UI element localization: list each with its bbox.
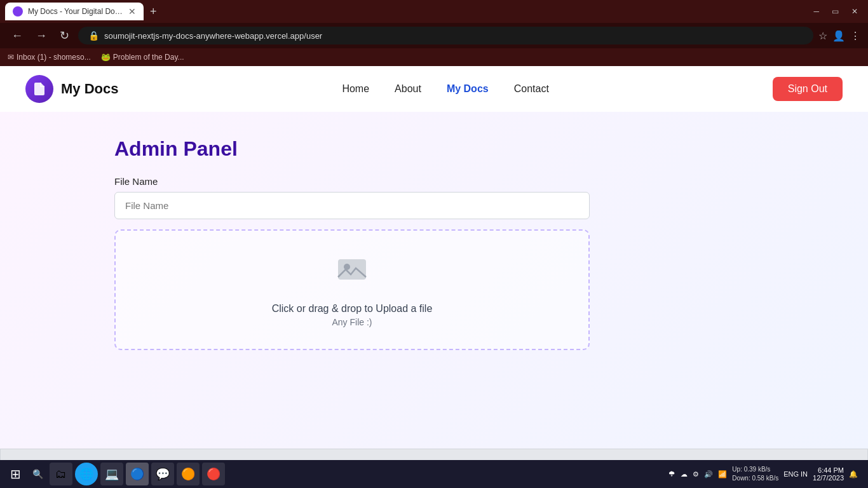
settings-icon: ⚙ xyxy=(693,470,699,478)
brand-link[interactable]: My Docs xyxy=(25,75,118,103)
file-name-label: File Name xyxy=(114,176,754,187)
taskbar-clock: 6:44 PM 12/7/2023 xyxy=(813,466,844,482)
bookmark-gmail-label: Inbox (1) - shomeso... xyxy=(17,53,91,62)
image-upload-icon xyxy=(336,253,369,293)
tab-favicon xyxy=(13,6,23,17)
taskbar-files-icon[interactable]: 🗂 xyxy=(50,463,72,485)
browser-tab[interactable]: My Docs - Your Digital Docume... ✕ xyxy=(5,3,144,20)
main-content: Admin Panel File Name Click or drag & dr… xyxy=(0,112,868,449)
nav-about[interactable]: About xyxy=(395,83,421,95)
start-button[interactable]: ⊞ xyxy=(5,464,26,484)
tab-close-icon[interactable]: ✕ xyxy=(128,6,136,17)
svg-point-2 xyxy=(344,264,350,270)
bookmark-gmail[interactable]: ✉ Inbox (1) - shomeso... xyxy=(8,53,91,62)
brand-name: My Docs xyxy=(61,81,118,97)
url-bar[interactable]: 🔒 soumojit-nextjs-my-docs-anywhere-webap… xyxy=(78,27,813,44)
nav-home[interactable]: Home xyxy=(342,83,369,95)
back-button[interactable]: ← xyxy=(8,27,27,45)
bookmark-icon[interactable]: ☆ xyxy=(818,30,827,42)
upload-text: Click or drag & drop to Upload a file xyxy=(272,303,433,315)
menu-icon[interactable]: ⋮ xyxy=(850,30,860,42)
wifi-icon: 📶 xyxy=(718,470,727,478)
potd-icon: 🐸 xyxy=(101,53,111,62)
url-text: soumojit-nextjs-my-docs-anywhere-webapp.… xyxy=(104,31,803,41)
nav-mydocs[interactable]: My Docs xyxy=(447,83,489,95)
forward-button[interactable]: → xyxy=(32,27,51,45)
svg-point-0 xyxy=(15,8,21,15)
volume-icon: 🔊 xyxy=(704,470,713,478)
cloud-icon: ☁ xyxy=(681,470,688,478)
network-icon: 🌩 xyxy=(668,470,675,478)
profile-icon[interactable]: 👤 xyxy=(832,30,845,42)
sys-speed: Up: 0.39 kB/s Down: 0.58 kB/s xyxy=(732,465,778,483)
new-tab-button[interactable]: + xyxy=(146,5,161,18)
nav-contact[interactable]: Contact xyxy=(514,83,549,95)
app-content: My Docs Home About My Docs Contact Sign … xyxy=(0,66,868,488)
page-title: Admin Panel xyxy=(114,137,754,161)
taskbar: ⊞ 🔍 🗂 🌐 💻 🔵 💬 🟠 🔴 🌩 ☁ ⚙ 🔊 📶 Up: 0.39 kB/… xyxy=(0,460,868,488)
taskbar-app-icon[interactable]: 🔴 xyxy=(202,463,225,485)
maximize-button[interactable]: ▭ xyxy=(827,6,844,17)
taskbar-edge-icon[interactable]: 🌐 xyxy=(75,463,98,485)
bookmark-potd[interactable]: 🐸 Problem of the Day... xyxy=(101,53,184,62)
navbar: My Docs Home About My Docs Contact Sign … xyxy=(0,66,868,112)
tab-title: My Docs - Your Digital Docume... xyxy=(28,7,123,16)
search-taskbar-button[interactable]: 🔍 xyxy=(29,466,47,482)
refresh-button[interactable]: ↻ xyxy=(56,26,73,45)
taskbar-chrome-icon[interactable]: 🟠 xyxy=(177,463,200,485)
bookmark-potd-label: Problem of the Day... xyxy=(113,53,184,62)
close-button[interactable]: ✕ xyxy=(846,6,863,17)
brand-logo xyxy=(25,75,53,103)
secure-icon: 🔒 xyxy=(88,30,99,41)
navbar-links: Home About My Docs Contact xyxy=(342,83,548,95)
sign-out-button[interactable]: Sign Out xyxy=(773,77,843,101)
taskbar-browser-icon[interactable]: 🔵 xyxy=(126,463,149,485)
lang-indicator: ENG IN xyxy=(783,470,808,478)
file-name-input[interactable] xyxy=(114,192,590,219)
svg-rect-1 xyxy=(338,259,366,280)
bookmarks-bar: ✉ Inbox (1) - shomeso... 🐸 Problem of th… xyxy=(0,48,868,66)
minimize-button[interactable]: ─ xyxy=(808,6,824,17)
taskbar-sys-info: 🌩 ☁ ⚙ 🔊 📶 Up: 0.39 kB/s Down: 0.58 kB/s … xyxy=(663,465,863,483)
taskbar-vscode-icon[interactable]: 💻 xyxy=(100,463,123,485)
gmail-icon: ✉ xyxy=(8,53,14,62)
upload-subtext: Any File :) xyxy=(332,317,372,327)
taskbar-whatsapp-icon[interactable]: 💬 xyxy=(151,463,174,485)
notification-icon[interactable]: 🔔 xyxy=(849,470,858,478)
upload-zone[interactable]: Click or drag & drop to Upload a file An… xyxy=(114,229,590,350)
